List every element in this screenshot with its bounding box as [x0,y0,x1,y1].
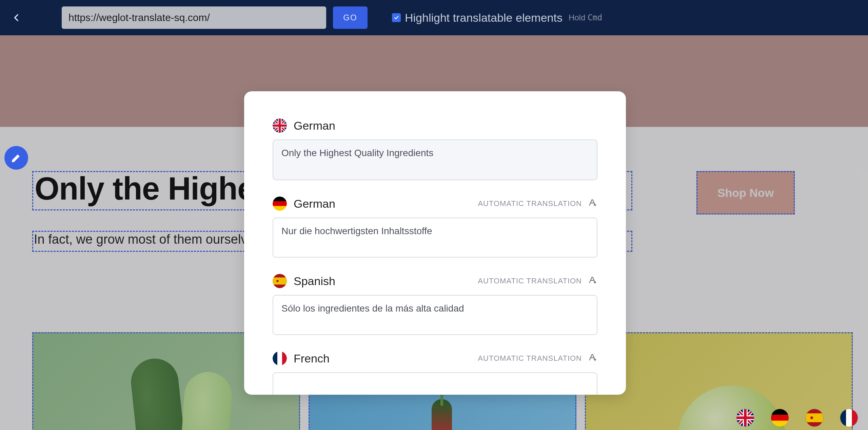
source-lang-label: German [294,119,335,132]
status-label-spanish: AUTOMATIC TRANSLATION [478,277,582,285]
fr-flag-icon [840,409,858,427]
status-label-german: AUTOMATIC TRANSLATION [478,199,582,208]
lang-option-fr[interactable] [840,409,858,427]
uk-flag-icon [273,118,287,133]
url-input[interactable] [62,6,326,29]
es-flag-icon [273,274,287,288]
language-switcher [736,409,858,427]
fr-flag-icon [273,351,287,366]
lang-row-spanish: Spanish AUTOMATIC TRANSLATION [273,274,597,288]
status-wrap-french: AUTOMATIC TRANSLATION [478,353,597,364]
lang-option-es[interactable] [806,409,823,427]
de-flag-icon [273,197,287,211]
chevron-left-icon [12,13,21,22]
de-flag-icon [771,409,789,427]
lang-option-de[interactable] [771,409,789,427]
source-text-box: Only the Highest Quality Ingredients [273,139,597,180]
edit-fab[interactable] [4,146,28,170]
translation-type-icon[interactable] [588,198,597,209]
translation-input-german[interactable]: Nur die hochwertigsten Inhaltsstoffe [273,218,597,258]
back-button[interactable] [0,0,33,35]
lang-row-german: German AUTOMATIC TRANSLATION [273,197,597,211]
translation-type-icon[interactable] [588,353,597,364]
es-flag-icon [806,409,823,427]
topbar: GO Highlight translatable elements Hold … [0,0,868,35]
highlight-checkbox[interactable] [392,13,401,22]
lang-label-german: German [294,197,335,210]
translation-type-icon[interactable] [588,276,597,286]
lang-label-spanish: Spanish [294,275,335,288]
translation-input-french[interactable] [273,372,597,395]
go-button[interactable]: GO [333,6,368,29]
highlight-label: Highlight translatable elements [405,11,563,24]
source-lang-row: German [273,118,597,133]
highlight-toggle-wrap: Highlight translatable elements Hold Cmd [392,11,602,24]
status-label-french: AUTOMATIC TRANSLATION [478,354,582,363]
lang-option-uk[interactable] [736,409,754,427]
hold-hint: Hold Cmd [569,13,602,22]
lang-row-french: French AUTOMATIC TRANSLATION [273,351,597,366]
status-wrap-german: AUTOMATIC TRANSLATION [478,198,597,209]
status-wrap-spanish: AUTOMATIC TRANSLATION [478,276,597,286]
translation-input-spanish[interactable]: Sólo los ingredientes de la más alta cal… [273,295,597,335]
lang-label-french: French [294,352,330,365]
translation-modal: German Only the Highest Quality Ingredie… [244,91,626,395]
check-icon [393,15,399,21]
uk-flag-icon [736,409,754,427]
pencil-icon [11,152,22,164]
